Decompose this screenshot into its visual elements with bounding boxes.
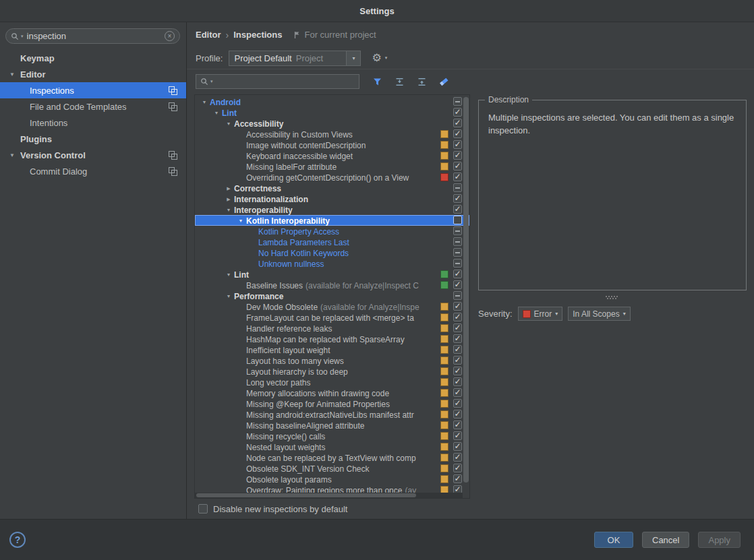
inspection-checkbox[interactable]: ✓ — [453, 205, 462, 214]
cancel-button[interactable]: Cancel — [642, 532, 689, 548]
inspection-row-internationalization[interactable]: ▶Internationalization✓ — [195, 193, 469, 204]
apply-button[interactable]: Apply — [698, 532, 741, 548]
inspection-checkbox[interactable]: ✓ — [453, 280, 462, 289]
sidebar-item-version-control[interactable]: ▼Version Control — [0, 147, 186, 163]
inspection-checkbox[interactable]: ✓ — [453, 453, 462, 462]
settings-search-input[interactable] — [26, 30, 163, 42]
inspection-checkbox[interactable]: ✓ — [453, 173, 462, 181]
inspection-checkbox[interactable]: ✓ — [453, 334, 462, 343]
collapse-arrow-icon[interactable]: ▼ — [235, 216, 246, 226]
inspection-checkbox[interactable] — [453, 216, 462, 224]
inspection-row-missing-baselinealigned-attribute[interactable]: Missing baselineAligned attribute✓ — [195, 420, 469, 431]
expand-arrow-icon[interactable]: ▶ — [223, 183, 234, 193]
collapse-arrow-icon[interactable]: ▼ — [223, 270, 234, 280]
filter-icon[interactable] — [370, 74, 384, 89]
inspection-row-missing-recycle-calls[interactable]: Missing recycle() calls✓ — [195, 431, 469, 441]
inspection-checkbox[interactable]: ✓ — [453, 367, 462, 375]
sidebar-item-intentions[interactable]: Intentions — [0, 115, 186, 131]
inspection-checkbox[interactable]: ✓ — [453, 464, 462, 472]
collapse-arrow-icon[interactable]: ▼ — [223, 291, 234, 301]
inspection-row-image-without-contentdescription[interactable]: Image without contentDescription✓ — [195, 139, 469, 150]
inspection-row-correctness[interactable]: ▶Correctness — [195, 183, 469, 193]
inspection-checkbox[interactable] — [453, 248, 462, 257]
sidebar-item-file-and-code-templates[interactable]: File and Code Templates — [0, 98, 186, 115]
inspection-checkbox[interactable]: ✓ — [453, 323, 462, 332]
inspection-row-overriding-getcontentdescription-on-a-view[interactable]: Overriding getContentDescription() on a … — [195, 172, 469, 183]
inspection-checkbox[interactable] — [453, 237, 462, 246]
inspection-checkbox[interactable]: ✓ — [453, 194, 462, 203]
inspection-checkbox[interactable]: ✓ — [453, 270, 462, 278]
inspection-row-memory-allocations-within-drawing-code[interactable]: Memory allocations within drawing code✓ — [195, 387, 469, 398]
inspection-checkbox[interactable]: ✓ — [453, 356, 462, 365]
combo-dropdown-button[interactable]: ▾ — [346, 51, 360, 65]
inspection-row-accessibility[interactable]: ▼Accessibility✓ — [195, 118, 469, 129]
inspection-checkbox[interactable] — [453, 97, 462, 106]
inspections-search-box[interactable]: ▾ — [196, 74, 359, 89]
search-history-arrow-icon[interactable]: ▾ — [21, 34, 24, 39]
inspection-row-obsolete-layout-params[interactable]: Obsolete layout params✓ — [195, 474, 469, 485]
inspection-checkbox[interactable]: ✓ — [453, 431, 462, 440]
inspection-row-layout-has-too-many-views[interactable]: Layout has too many views✓ — [195, 355, 469, 366]
inspection-row-layout-hierarchy-is-too-deep[interactable]: Layout hierarchy is too deep✓ — [195, 366, 469, 377]
expand-arrow-icon[interactable]: ▶ — [223, 194, 234, 204]
inspection-checkbox[interactable]: ✓ — [453, 162, 462, 170]
inspection-row-missing-android-extractnativelibs-manifest-attr[interactable]: Missing android:extractNativeLibs manife… — [195, 409, 469, 420]
inspections-search-input[interactable] — [215, 76, 355, 88]
horizontal-scrollbar[interactable] — [195, 493, 463, 498]
inspection-checkbox[interactable]: ✓ — [453, 442, 462, 451]
inspection-row-handler-reference-leaks[interactable]: Handler reference leaks✓ — [195, 323, 469, 334]
inspection-checkbox[interactable] — [453, 226, 462, 235]
inspection-row-inefficient-layout-weight[interactable]: Inefficient layout weight✓ — [195, 344, 469, 355]
inspection-checkbox[interactable]: ✓ — [453, 345, 462, 354]
inspection-row-lint[interactable]: ▼Lint✓ — [195, 107, 469, 118]
inspection-row-keyboard-inaccessible-widget[interactable]: Keyboard inaccessible widget✓ — [195, 150, 469, 161]
collapse-arrow-icon[interactable]: ▼ — [199, 97, 210, 107]
horizontal-scrollbar-thumb[interactable] — [196, 493, 416, 497]
profile-combobox[interactable]: Project Default Project ▾ — [229, 51, 361, 66]
inspection-row-performance[interactable]: ▼Performance — [195, 290, 469, 301]
breadcrumb-item-editor[interactable]: Editor — [196, 30, 221, 40]
sidebar-item-plugins[interactable]: Plugins — [0, 131, 186, 147]
inspection-checkbox[interactable] — [453, 259, 462, 268]
inspection-row-interoperability[interactable]: ▼Interoperability✓ — [195, 204, 469, 215]
inspection-row-unknown-nullness[interactable]: Unknown nullness — [195, 258, 469, 269]
inspection-checkbox[interactable]: ✓ — [453, 140, 462, 149]
ok-button[interactable]: OK — [594, 532, 633, 548]
inspection-row-accessibility-in-custom-views[interactable]: Accessibility in Custom Views✓ — [195, 129, 469, 139]
inspection-row-missing-labelfor-attribute[interactable]: Missing labelFor attribute✓ — [195, 161, 469, 172]
inspection-checkbox[interactable]: ✓ — [453, 399, 462, 408]
collapse-arrow-icon[interactable]: ▼ — [211, 108, 222, 118]
inspection-row-lambda-parameters-last[interactable]: Lambda Parameters Last — [195, 237, 469, 247]
inspection-checkbox[interactable]: ✓ — [453, 313, 462, 321]
collapse-all-icon[interactable] — [414, 74, 429, 89]
inspection-row-kotlin-property-access[interactable]: Kotlin Property Access — [195, 226, 469, 237]
inspection-row-missing-keep-for-animated-properties[interactable]: Missing @Keep for Animated Properties✓ — [195, 398, 469, 409]
inspection-row-no-hard-kotlin-keywords[interactable]: No Hard Kotlin Keywords — [195, 247, 469, 258]
collapse-arrow-icon[interactable]: ▼ — [9, 152, 20, 158]
collapse-arrow-icon[interactable]: ▼ — [223, 205, 234, 215]
inspection-row-long-vector-paths[interactable]: Long vector paths✓ — [195, 377, 469, 387]
disable-new-inspections-checkbox[interactable] — [198, 504, 208, 514]
inspection-checkbox[interactable]: ✓ — [453, 119, 462, 127]
inspection-checkbox[interactable] — [453, 183, 462, 192]
inspection-row-framelayout-can-be-replaced-with-merge-ta[interactable]: FrameLayout can be replaced with <merge>… — [195, 312, 469, 323]
inspection-row-android[interactable]: ▼Android — [195, 96, 469, 107]
inspection-checkbox[interactable]: ✓ — [453, 388, 462, 397]
search-history-arrow-icon[interactable]: ▾ — [210, 79, 213, 84]
collapse-arrow-icon[interactable]: ▼ — [9, 71, 20, 77]
splitter-grip[interactable] — [606, 296, 607, 297]
sidebar-item-editor[interactable]: ▼Editor — [0, 66, 186, 82]
sidebar-item-commit-dialog[interactable]: Commit Dialog — [0, 163, 186, 179]
inspection-checkbox[interactable] — [453, 291, 462, 300]
inspection-checkbox[interactable]: ✓ — [453, 377, 462, 386]
inspection-checkbox[interactable]: ✓ — [453, 129, 462, 138]
gear-icon[interactable]: ⚙ — [372, 53, 381, 63]
inspection-row-lint[interactable]: ▼Lint✓ — [195, 269, 469, 280]
inspection-row-dev-mode-obsolete[interactable]: Dev Mode Obsolete(available for Analyze|… — [195, 301, 469, 312]
inspection-row-obsolete-sdk-int-version-check[interactable]: Obsolete SDK_INT Version Check✓ — [195, 463, 469, 474]
scope-combobox[interactable]: In All Scopes ▾ — [568, 307, 630, 321]
sidebar-item-keymap[interactable]: Keymap — [0, 50, 186, 66]
inspection-row-hashmap-can-be-replaced-with-sparsearray[interactable]: HashMap can be replaced with SparseArray… — [195, 334, 469, 344]
clear-search-icon[interactable]: × — [165, 31, 175, 41]
reset-filter-icon[interactable] — [436, 74, 451, 89]
